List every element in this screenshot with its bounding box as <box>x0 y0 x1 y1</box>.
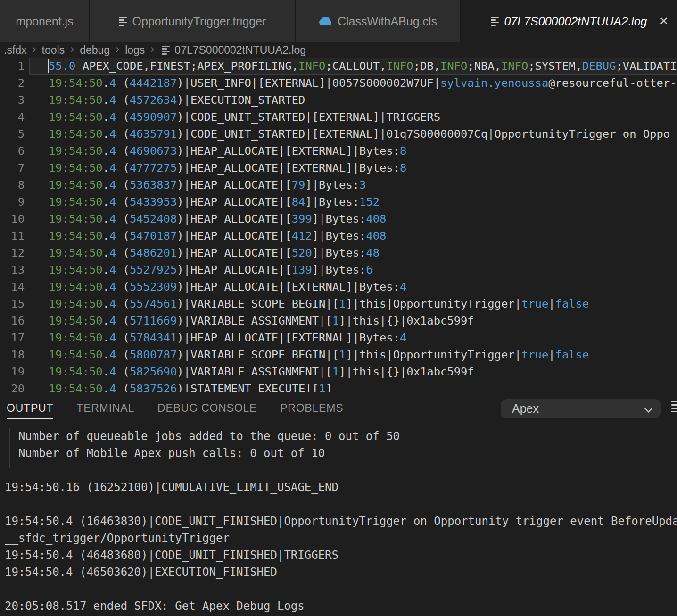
line-number: 20 <box>0 380 29 392</box>
line-number: 9 <box>0 193 29 210</box>
output-line: 19:54:50.16 (16252100)|CUMULATIVE_LIMIT_… <box>5 479 677 496</box>
code-text: 19:54:50.4 (5800787)|VARIABLE_SCOPE_BEGI… <box>29 346 677 363</box>
code-text: 19:54:50.4 (4635791)|CODE_UNIT_STARTED|[… <box>29 125 677 142</box>
code-text: 19:54:50.4 (4777275)|HEAP_ALLOCATE|[EXTE… <box>29 159 677 176</box>
code-line[interactable]: 819:54:50.4 (5363837)|HEAP_ALLOCATE|[79]… <box>0 176 677 193</box>
code-text: 55.0 APEX_CODE,FINEST;APEX_PROFILING,INF… <box>29 58 677 75</box>
output-channel-value: Apex <box>512 402 539 416</box>
breadcrumb: .sfdx › tools › debug › logs › 07L7S0000… <box>0 42 677 58</box>
line-number: 10 <box>0 210 29 227</box>
line-number: 2 <box>0 75 29 92</box>
code-line[interactable]: 1119:54:50.4 (5470187)|HEAP_ALLOCATE|[41… <box>0 227 677 244</box>
output-line: __sfdc_trigger/OpportunityTrigger <box>5 530 677 547</box>
code-text: 19:54:50.4 (4442187)|USER_INFO|[EXTERNAL… <box>29 75 677 92</box>
tab-log-file[interactable]: 07L7S000002tNTUUA2.log ✕ <box>461 0 677 42</box>
code-text: 19:54:50.4 (4590907)|CODE_UNIT_STARTED|[… <box>29 108 677 125</box>
tab-label: OpportunityTrigger.trigger <box>132 15 266 28</box>
output-line: 19:54:50.4 (16463830)|CODE_UNIT_FINISHED… <box>5 513 677 530</box>
line-number: 6 <box>0 142 29 159</box>
code-line[interactable]: 419:54:50.4 (4590907)|CODE_UNIT_STARTED|… <box>0 108 677 125</box>
log-lines-icon <box>491 17 499 26</box>
output-channel-select[interactable]: Apex <box>501 399 661 418</box>
breadcrumb-file[interactable]: 07L7S000002tNTUUA2.log <box>173 44 307 57</box>
tab-terminal[interactable]: TERMINAL <box>76 398 134 419</box>
tab-opportunitytrigger[interactable]: OpportunityTrigger.trigger <box>90 0 296 42</box>
output-actions-icon[interactable] <box>671 401 677 412</box>
log-lines-icon <box>119 17 127 26</box>
apex-cloud-icon <box>319 17 332 26</box>
chevron-right-icon: › <box>146 42 159 56</box>
code-line[interactable]: 1719:54:50.4 (5784341)|HEAP_ALLOCATE|[EX… <box>0 329 677 346</box>
editor[interactable]: 155.0 APEX_CODE,FINEST;APEX_PROFILING,IN… <box>0 58 677 392</box>
output-content[interactable]: Number of queueable jobs added to the qu… <box>0 425 677 616</box>
code-text: 19:54:50.4 (5784341)|HEAP_ALLOCATE|[EXTE… <box>29 329 677 346</box>
indent-guide <box>9 428 10 468</box>
output-line <box>5 496 677 513</box>
breadcrumb-debug[interactable]: debug <box>79 44 111 57</box>
code-line[interactable]: 155.0 APEX_CODE,FINEST;APEX_PROFILING,IN… <box>0 58 677 75</box>
log-lines-icon <box>162 46 170 55</box>
line-number: 3 <box>0 92 29 108</box>
panel-header: OUTPUT TERMINAL DEBUG CONSOLE PROBLEMS A… <box>0 392 677 425</box>
close-icon[interactable]: ✕ <box>659 16 669 27</box>
output-line: 19:54:50.4 (46483680)|CODE_UNIT_FINISHED… <box>5 547 677 564</box>
code-line[interactable]: 1819:54:50.4 (5800787)|VARIABLE_SCOPE_BE… <box>0 346 677 363</box>
code-text: 19:54:50.4 (5574561)|VARIABLE_SCOPE_BEGI… <box>29 295 677 312</box>
output-line: Number of queueable jobs added to the qu… <box>5 428 677 445</box>
output-line: Number of Mobile Apex push calls: 0 out … <box>5 445 677 462</box>
tab-debug-console[interactable]: DEBUG CONSOLE <box>157 398 257 419</box>
line-number: 16 <box>0 312 29 329</box>
code-line[interactable]: 319:54:50.4 (4572634)|EXECUTION_STARTED <box>0 92 677 108</box>
line-number: 17 <box>0 329 29 346</box>
chevron-down-icon <box>644 404 652 412</box>
line-number: 8 <box>0 176 29 193</box>
breadcrumb-tools[interactable]: tools <box>41 44 66 57</box>
code-text: 19:54:50.4 (5527925)|HEAP_ALLOCATE|[139]… <box>29 261 677 278</box>
line-number: 1 <box>0 58 29 75</box>
code-text: 19:54:50.4 (4690673)|HEAP_ALLOCATE|[EXTE… <box>29 142 677 159</box>
code-text: 19:54:50.4 (4572634)|EXECUTION_STARTED <box>29 92 677 108</box>
code-line[interactable]: 1419:54:50.4 (5552309)|HEAP_ALLOCATE|[EX… <box>0 278 677 295</box>
tab-problems[interactable]: PROBLEMS <box>280 398 343 419</box>
chevron-right-icon: › <box>111 42 124 56</box>
line-number: 5 <box>0 125 29 142</box>
code-text: 19:54:50.4 (5470187)|HEAP_ALLOCATE|[412]… <box>29 227 677 244</box>
code-line[interactable]: 2019:54:50.4 (5837526)|STATEMENT_EXECUTE… <box>0 380 677 392</box>
code-line[interactable]: 1519:54:50.4 (5574561)|VARIABLE_SCOPE_BE… <box>0 295 677 312</box>
bottom-panel: OUTPUT TERMINAL DEBUG CONSOLE PROBLEMS A… <box>0 392 677 616</box>
line-number: 12 <box>0 244 29 261</box>
code-line[interactable]: 1919:54:50.4 (5825690)|VARIABLE_ASSIGNME… <box>0 363 677 380</box>
code-line[interactable]: 619:54:50.4 (4690673)|HEAP_ALLOCATE|[EXT… <box>0 142 677 159</box>
chevron-right-icon: › <box>28 42 41 56</box>
tab-output[interactable]: OUTPUT <box>7 398 53 419</box>
code-text: 19:54:50.4 (5486201)|HEAP_ALLOCATE|[520]… <box>29 244 677 261</box>
tab-label: 07L7S000002tNTUUA2.log <box>504 15 647 28</box>
code-text: 19:54:50.4 (5711669)|VARIABLE_ASSIGNMENT… <box>29 312 677 329</box>
code-line[interactable]: 1019:54:50.4 (5452408)|HEAP_ALLOCATE|[39… <box>0 210 677 227</box>
tab-label: ClassWithABug.cls <box>338 15 437 28</box>
line-number: 18 <box>0 346 29 363</box>
code-text: 19:54:50.4 (5825690)|VARIABLE_ASSIGNMENT… <box>29 363 677 380</box>
code-line[interactable]: 1319:54:50.4 (5527925)|HEAP_ALLOCATE|[13… <box>0 261 677 278</box>
code-text: 19:54:50.4 (5552309)|HEAP_ALLOCATE|[EXTE… <box>29 278 677 295</box>
code-text: 19:54:50.4 (5433953)|HEAP_ALLOCATE|[84]|… <box>29 193 677 210</box>
output-line <box>5 581 677 598</box>
output-line: 20:05:08.517 ended SFDX: Get Apex Debug … <box>5 598 677 615</box>
code-line[interactable]: 719:54:50.4 (4777275)|HEAP_ALLOCATE|[EXT… <box>0 159 677 176</box>
tab-component-js[interactable]: mponent.js <box>0 0 90 42</box>
tab-label: mponent.js <box>16 15 73 28</box>
code-text: 19:54:50.4 (5837526)|STATEMENT_EXECUTE|[… <box>29 380 677 392</box>
output-line: 19:54:50.4 (46503620)|EXECUTION_FINISHED <box>5 564 677 581</box>
tab-classwithabug[interactable]: ClassWithABug.cls <box>296 0 461 42</box>
breadcrumb-logs[interactable]: logs <box>124 44 146 57</box>
code-line[interactable]: 919:54:50.4 (5433953)|HEAP_ALLOCATE|[84]… <box>0 193 677 210</box>
breadcrumb-sfdx[interactable]: .sfdx <box>3 44 28 57</box>
line-number: 7 <box>0 159 29 176</box>
code-line[interactable]: 519:54:50.4 (4635791)|CODE_UNIT_STARTED|… <box>0 125 677 142</box>
line-number: 14 <box>0 278 29 295</box>
line-number: 19 <box>0 363 29 380</box>
code-text: 19:54:50.4 (5452408)|HEAP_ALLOCATE|[399]… <box>29 210 677 227</box>
code-line[interactable]: 1619:54:50.4 (5711669)|VARIABLE_ASSIGNME… <box>0 312 677 329</box>
code-line[interactable]: 219:54:50.4 (4442187)|USER_INFO|[EXTERNA… <box>0 75 677 92</box>
code-line[interactable]: 1219:54:50.4 (5486201)|HEAP_ALLOCATE|[52… <box>0 244 677 261</box>
